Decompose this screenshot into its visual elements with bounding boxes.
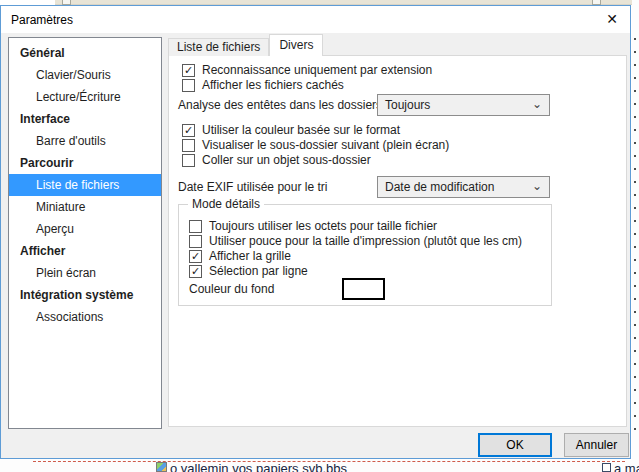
tab-divers[interactable]: Divers [269, 34, 323, 56]
checkbox-reconnaissance-extension[interactable]: ✓ Reconnaissance uniquement par extensio… [182, 63, 432, 77]
sidebar-item-integration-systeme[interactable]: Intégration système [9, 284, 161, 306]
cancel-button[interactable]: Annuler [564, 433, 629, 457]
settings-category-list: Général Clavier/Souris Lecture/Écriture … [8, 37, 162, 429]
sidebar-item-afficher[interactable]: Afficher [9, 240, 161, 262]
sidebar-item-lecture-ecriture[interactable]: Lecture/Écriture [9, 86, 161, 108]
checkbox-fichiers-caches[interactable]: Afficher les fichiers cachés [182, 78, 344, 92]
checkbox-box [182, 154, 195, 167]
checkbox-label: Afficher les fichiers cachés [202, 78, 344, 92]
chevron-down-icon [532, 95, 542, 114]
background-file-item: o vallemin vos papiers svb.bbs [156, 462, 347, 472]
sidebar-item-barre-outils[interactable]: Barre d'outils [9, 130, 161, 152]
checkbox-label: Visualiser le sous-dossier suivant (plei… [202, 138, 449, 152]
tab-liste-de-fichiers[interactable]: Liste de fichiers [168, 38, 269, 56]
background-file-label: a masturbationa [614, 462, 639, 472]
close-icon: ✕ [606, 11, 618, 27]
couleur-fond-swatch[interactable] [342, 278, 385, 300]
group-title: Mode détails [188, 197, 264, 211]
sidebar-item-clavier-souris[interactable]: Clavier/Souris [9, 64, 161, 86]
checkbox-label: Toujours utiliser les octets pour taille… [209, 219, 437, 233]
checkbox-label: Coller sur un objet sous-dossier [202, 153, 371, 167]
background-file-item: a masturbationa [602, 462, 639, 472]
checkbox-label: Utiliser pouce pour la taille d'impressi… [209, 234, 522, 248]
sidebar-item-plein-ecran[interactable]: Plein écran [9, 262, 161, 284]
checkbox-label: Utiliser la couleur basée sur le format [202, 123, 400, 137]
background-file-label: o vallemin vos papiers svb.bbs [170, 462, 347, 472]
ok-button[interactable]: OK [478, 433, 552, 457]
checkbox-box: ✓ [182, 64, 195, 77]
checkbox-pouce-impression[interactable]: Utiliser pouce pour la taille d'impressi… [189, 234, 522, 248]
checkbox-box: ✓ [189, 265, 202, 278]
checkbox-box: ✓ [189, 250, 202, 263]
background-window-right-edge [632, 0, 639, 472]
checkbox-sous-dossier-suivant[interactable]: Visualiser le sous-dossier suivant (plei… [182, 138, 449, 152]
dropdown-value: Toujours [385, 98, 430, 112]
sidebar-item-associations[interactable]: Associations [9, 306, 161, 328]
image-file-icon [156, 462, 167, 472]
checkbox-label: Reconnaissance uniquement par extension [202, 63, 432, 77]
checkbox-afficher-grille[interactable]: ✓ Afficher la grille [189, 249, 291, 263]
checkbox-box [189, 220, 202, 233]
sidebar-item-liste-de-fichiers[interactable]: Liste de fichiers [9, 174, 161, 196]
tab-page-divers: ✓ Reconnaissance uniquement par extensio… [168, 55, 627, 427]
checkbox-selection-ligne[interactable]: ✓ Sélection par ligne [189, 264, 308, 278]
screen: o vallemin vos papiers svb.bbs a masturb… [0, 0, 639, 472]
checkbox-box [182, 79, 195, 92]
tab-strip: Liste de fichiers Divers [168, 34, 323, 56]
sidebar-item-general[interactable]: Général [9, 42, 161, 64]
close-button[interactable]: ✕ [595, 6, 629, 33]
checkbox-box [182, 139, 195, 152]
checkbox-icon [602, 463, 611, 472]
checkbox-box [189, 235, 202, 248]
sidebar-item-miniature[interactable]: Miniature [9, 196, 161, 218]
mode-details-group: Mode détails Toujours utiliser les octet… [178, 204, 552, 306]
sidebar-item-parcourir[interactable]: Parcourir [9, 152, 161, 174]
date-exif-dropdown[interactable]: Date de modification [377, 176, 550, 198]
checkbox-couleur-format[interactable]: ✓ Utiliser la couleur basée sur le forma… [182, 123, 400, 137]
chevron-down-icon [532, 177, 542, 196]
analyse-entetes-label: Analyse des entêtes dans les dossiers : [178, 98, 389, 112]
analyse-entetes-dropdown[interactable]: Toujours [377, 94, 550, 116]
sidebar-item-interface[interactable]: Interface [9, 108, 161, 130]
checkbox-coller-objet[interactable]: Coller sur un objet sous-dossier [182, 153, 371, 167]
dropdown-value: Date de modification [385, 180, 494, 194]
background-window-bottom-edge: o vallemin vos papiers svb.bbs a masturb… [0, 460, 639, 472]
checkbox-octets-taille[interactable]: Toujours utiliser les octets pour taille… [189, 219, 437, 233]
checkbox-box: ✓ [182, 124, 195, 137]
parametres-dialog: Paramètres ✕ Général Clavier/Souris Lect… [0, 5, 631, 459]
sidebar-item-apercu[interactable]: Aperçu [9, 218, 161, 240]
titlebar[interactable]: Paramètres ✕ [1, 6, 630, 33]
date-exif-label: Date EXIF utilisée pour le tri [178, 180, 327, 194]
checkbox-label: Afficher la grille [209, 249, 291, 263]
dialog-title: Paramètres [11, 13, 73, 27]
checkbox-label: Sélection par ligne [209, 264, 308, 278]
couleur-fond-label: Couleur du fond [189, 282, 274, 296]
